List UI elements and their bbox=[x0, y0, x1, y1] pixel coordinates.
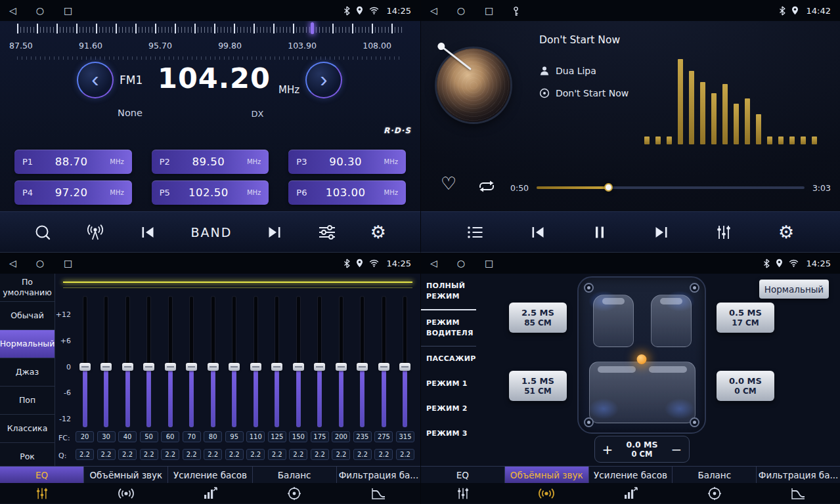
home-icon[interactable]: ○ bbox=[36, 5, 44, 16]
tab-eq[interactable] bbox=[421, 487, 505, 500]
eq-slider-handle[interactable] bbox=[314, 363, 325, 371]
sound-preset-button[interactable]: Нормальный bbox=[759, 280, 829, 299]
settings-gear-icon[interactable]: ⚙ bbox=[778, 223, 794, 241]
eq-slider-handle[interactable] bbox=[336, 363, 347, 371]
eq-slider-handle[interactable] bbox=[186, 363, 197, 371]
eq-slider[interactable] bbox=[275, 296, 279, 427]
tune-up-button[interactable]: › bbox=[305, 62, 342, 98]
front-left-delay-button[interactable]: 2.5 MS 85 CM bbox=[509, 303, 567, 333]
frequency-ruler[interactable] bbox=[17, 24, 403, 35]
eq-slider-handle[interactable] bbox=[229, 363, 240, 371]
eq-slider[interactable] bbox=[104, 296, 108, 427]
back-icon[interactable]: ◁ bbox=[430, 5, 437, 16]
eq-slider[interactable] bbox=[83, 296, 87, 427]
eq-slider-handle[interactable] bbox=[165, 363, 176, 371]
eq-slider[interactable] bbox=[317, 296, 322, 427]
tab[interactable]: Фильтрация ба... bbox=[337, 467, 420, 483]
eq-slider[interactable] bbox=[168, 296, 173, 427]
tab[interactable]: Объёмный звук bbox=[505, 467, 589, 483]
eq-slider-handle[interactable] bbox=[271, 363, 282, 371]
preset-button[interactable]: P2 89.50 MHz bbox=[152, 150, 269, 174]
eq-slider-handle[interactable] bbox=[399, 363, 410, 371]
tab[interactable]: Объёмный звук bbox=[84, 467, 168, 483]
home-icon[interactable]: ○ bbox=[457, 5, 465, 16]
eq-slider-handle[interactable] bbox=[79, 363, 91, 371]
eq-slider-handle[interactable] bbox=[122, 363, 133, 371]
eq-slider[interactable] bbox=[146, 296, 151, 427]
recents-icon[interactable]: □ bbox=[64, 5, 72, 16]
eq-slider[interactable] bbox=[360, 296, 365, 427]
progress-bar[interactable] bbox=[537, 186, 805, 189]
tab-eq[interactable] bbox=[0, 487, 84, 500]
home-icon[interactable]: ○ bbox=[457, 258, 465, 268]
eq-slider-handle[interactable] bbox=[250, 363, 261, 371]
back-icon[interactable]: ◁ bbox=[9, 5, 16, 16]
recents-icon[interactable]: □ bbox=[64, 258, 72, 268]
eq-preset[interactable]: Обычай bbox=[0, 302, 55, 330]
eq-slider[interactable] bbox=[125, 296, 130, 427]
tune-down-button[interactable]: ‹ bbox=[77, 62, 114, 98]
eq-slider[interactable] bbox=[339, 296, 343, 427]
preset-button[interactable]: P3 90.30 MHz bbox=[288, 150, 406, 174]
recents-icon[interactable]: □ bbox=[485, 5, 493, 16]
eq-slider-handle[interactable] bbox=[208, 363, 219, 371]
eq-preset[interactable]: По умолчанию bbox=[0, 274, 55, 302]
eq-preset[interactable]: Нормальный bbox=[0, 330, 55, 358]
tab-filter[interactable] bbox=[336, 487, 420, 500]
tab-balance[interactable] bbox=[673, 486, 757, 501]
eq-slider[interactable] bbox=[189, 296, 194, 427]
previous-icon[interactable] bbox=[529, 224, 546, 240]
eq-slider[interactable] bbox=[232, 296, 236, 427]
eq-slider-handle[interactable] bbox=[143, 363, 154, 371]
eq-slider-handle[interactable] bbox=[100, 363, 112, 371]
frequency-pointer[interactable] bbox=[311, 22, 314, 34]
back-icon[interactable]: ◁ bbox=[430, 258, 437, 268]
home-icon[interactable]: ○ bbox=[36, 258, 44, 268]
eq-slider[interactable] bbox=[296, 296, 301, 427]
back-icon[interactable]: ◁ bbox=[9, 258, 16, 268]
tab[interactable]: EQ bbox=[0, 467, 84, 483]
preset-button[interactable]: P6 103.00 MHz bbox=[288, 180, 406, 205]
eq-slider[interactable] bbox=[211, 296, 215, 427]
eq-slider[interactable] bbox=[254, 296, 258, 427]
tab[interactable]: Усиление басов bbox=[168, 467, 252, 483]
tab-surround[interactable] bbox=[505, 488, 589, 499]
band-button[interactable]: BAND bbox=[190, 225, 232, 240]
next-icon[interactable] bbox=[653, 224, 670, 240]
front-right-delay-button[interactable]: 0.5 MS 17 CM bbox=[717, 303, 774, 333]
next-icon[interactable] bbox=[266, 224, 283, 240]
eq-preset[interactable]: Поп bbox=[0, 387, 55, 415]
tab-bass[interactable] bbox=[588, 487, 673, 500]
playlist-icon[interactable] bbox=[467, 225, 484, 240]
sound-mode-item[interactable]: РЕЖИМ 3 bbox=[421, 421, 476, 446]
sound-mode-item[interactable]: РЕЖИМ 2 bbox=[421, 396, 476, 421]
preset-button[interactable]: P4 97.20 MHz bbox=[14, 180, 132, 205]
repeat-icon[interactable] bbox=[477, 180, 496, 193]
eq-preset[interactable]: Классика bbox=[0, 415, 55, 443]
rear-left-delay-button[interactable]: 1.5 MS 51 CM bbox=[509, 371, 567, 401]
tab-balance[interactable] bbox=[252, 486, 336, 501]
increase-delay-button[interactable]: + bbox=[595, 436, 620, 462]
eq-slider[interactable] bbox=[382, 296, 386, 427]
rear-right-delay-button[interactable]: 0.0 MS 0 CM bbox=[717, 371, 774, 401]
sound-mode-item[interactable]: ПОЛНЫЙ РЕЖИМ bbox=[421, 274, 476, 310]
tab[interactable]: Баланс bbox=[673, 467, 757, 483]
sound-mode-item[interactable]: РЕЖИМ 1 bbox=[421, 371, 476, 396]
listening-position-dot[interactable] bbox=[637, 354, 647, 364]
decrease-delay-button[interactable]: − bbox=[664, 436, 689, 462]
progress-knob[interactable] bbox=[604, 183, 613, 192]
sound-mode-item[interactable]: РЕЖИМ ВОДИТЕЛЯ bbox=[421, 310, 476, 346]
mixer-icon[interactable] bbox=[715, 224, 732, 240]
eq-slider[interactable] bbox=[403, 296, 407, 427]
tab-bass[interactable] bbox=[168, 487, 252, 500]
tab[interactable]: Баланс bbox=[253, 467, 337, 483]
preset-button[interactable]: P5 102.50 MHz bbox=[152, 180, 269, 205]
previous-icon[interactable] bbox=[139, 224, 156, 240]
eq-slider-handle[interactable] bbox=[357, 363, 368, 371]
tab-surround[interactable] bbox=[84, 488, 168, 499]
tab-filter[interactable] bbox=[756, 487, 840, 500]
recents-icon[interactable]: □ bbox=[485, 258, 493, 268]
scan-icon[interactable] bbox=[34, 224, 51, 241]
eq-slider-handle[interactable] bbox=[293, 363, 304, 371]
favorite-icon[interactable]: ♡ bbox=[441, 175, 456, 192]
